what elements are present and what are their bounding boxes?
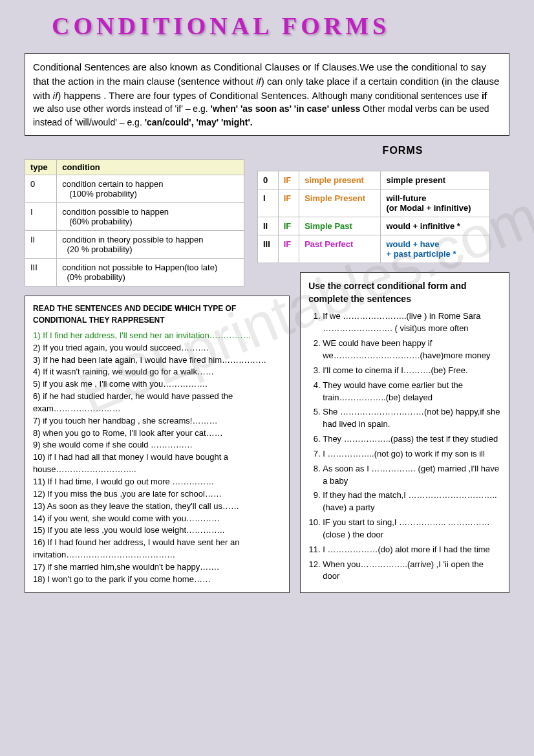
list-item: WE could have been happy if we…………………………… bbox=[323, 338, 501, 362]
table-row: II IF Simple Past would + infinitive * bbox=[258, 217, 490, 235]
list-item: 13) As soon as they leave the station, t… bbox=[33, 501, 281, 513]
forms-a: Past Perfect bbox=[299, 235, 381, 263]
condition-cell: condition not possible to Happen(too lat… bbox=[57, 258, 244, 286]
forms-if: IF bbox=[278, 171, 299, 189]
table-row: III IF Past Perfect would + have + past … bbox=[258, 235, 490, 263]
type-table-h2: condition bbox=[57, 159, 244, 175]
list-item: I ………………(do) alot more if I had the time bbox=[323, 544, 501, 556]
list-item: 6) if he had studied harder, he would ha… bbox=[33, 391, 281, 415]
forms-type: II bbox=[258, 217, 279, 235]
list-item: 1) If I find her address, I'll send her … bbox=[33, 330, 281, 342]
intro-text-3: ) happens . There are four types of Cond… bbox=[58, 90, 312, 101]
forms-type: III bbox=[258, 235, 279, 263]
forms-if: IF bbox=[278, 189, 299, 217]
list-item: 16) If I had found her address, I would … bbox=[33, 537, 281, 561]
condition-cell: condition in theory possible to happen (… bbox=[57, 230, 244, 258]
table-row: 0 condition certain to happen (100% prob… bbox=[25, 175, 244, 202]
list-item: 15) If you ate less ,you would lose weig… bbox=[33, 524, 281, 537]
list-item: 17) if she married him,she wouldn't be h… bbox=[33, 561, 281, 574]
forms-table: 0 IF simple present simple present I IF … bbox=[257, 171, 490, 263]
forms-b: simple present bbox=[381, 171, 490, 189]
list-item: 14) if you went, she would come with you… bbox=[33, 513, 281, 525]
forms-b: would + have + past participle * bbox=[381, 235, 490, 263]
condition-cell: condition certain to happen (100% probab… bbox=[57, 175, 244, 202]
exercise-right-box: Use the correct conditional form and com… bbox=[300, 272, 509, 593]
table-row: I IF Simple Present will-future (or Moda… bbox=[258, 189, 490, 217]
type-table: type condition 0 condition certain to ha… bbox=[25, 159, 244, 286]
forms-if: IF bbox=[278, 235, 299, 263]
page-title: CONDITIONAL FORMS bbox=[0, 0, 534, 47]
intro-if-bold: if bbox=[482, 91, 487, 101]
forms-if: IF bbox=[278, 217, 299, 235]
forms-type: I bbox=[258, 189, 279, 217]
list-item: They ……………..(pass) the test if they stud… bbox=[323, 433, 501, 446]
table-row: II condition in theory possible to happe… bbox=[25, 230, 244, 258]
forms-b: will-future (or Modal + infinitive) bbox=[381, 189, 490, 217]
forms-type: 0 bbox=[258, 171, 279, 189]
intro-if-1: if bbox=[256, 76, 261, 87]
type-cell: II bbox=[25, 230, 57, 258]
list-item: 4) If it wasn't raining, we would go for… bbox=[33, 366, 281, 378]
forms-a: Simple Past bbox=[299, 217, 381, 235]
list-item: 10) if I had had all that money I would … bbox=[33, 451, 281, 476]
tables-row: type condition 0 condition certain to ha… bbox=[0, 159, 534, 286]
exercise-left-list: 1) If I find her address, I'll send her … bbox=[33, 330, 281, 586]
list-item: 7) if you touch her handbag , she scream… bbox=[33, 415, 281, 427]
condition-cell: condition possible to happen (60% probab… bbox=[57, 202, 244, 230]
forms-heading: FORMS bbox=[272, 145, 534, 157]
list-item: When you……………..(arrive) ,I 'ii open the … bbox=[323, 559, 501, 583]
list-item: IF you start to sing,I …………….. ……………(clo… bbox=[323, 517, 501, 541]
intro-box: Conditional Sentences are also known as … bbox=[25, 53, 509, 136]
type-table-h1: type bbox=[25, 159, 57, 175]
list-item: 11) If I had time, I would go out more …… bbox=[33, 476, 281, 488]
list-item: 8) when you go to Rome, I'll look after … bbox=[33, 427, 281, 440]
forms-a: Simple Present bbox=[299, 189, 381, 217]
list-item: 5) if you ask me , I'll come with you………… bbox=[33, 378, 281, 391]
exercise-left-box: READ THE SENTENCES AND DECIDE WHICH TYPE… bbox=[25, 296, 290, 593]
type-cell: 0 bbox=[25, 175, 57, 202]
list-item: She …………………………(not be) happy,if she had … bbox=[323, 406, 501, 431]
list-item: If they had the match,I …………………………..(hav… bbox=[323, 490, 501, 514]
list-item: 18) I won't go to the park if you come h… bbox=[33, 574, 281, 586]
table-row: 0 IF simple present simple present bbox=[258, 171, 490, 189]
list-item: 3) If he had been late again, I would ha… bbox=[33, 354, 281, 367]
intro-words: 'when' 'as soon as' 'in case' unless bbox=[211, 103, 361, 114]
forms-b: would + infinitive * bbox=[381, 217, 490, 235]
intro-small-1: Although many conditional sentences use bbox=[312, 91, 482, 101]
intro-small-2: we also use other words instead of 'if' … bbox=[33, 103, 211, 114]
type-cell: I bbox=[25, 202, 57, 230]
list-item: As soon as I ……………. (get) married ,I'll … bbox=[323, 463, 501, 488]
list-item: I'll come to cinema if I……….(be) Free. bbox=[323, 365, 501, 377]
table-row: I condition possible to happen (60% prob… bbox=[25, 202, 244, 230]
exercise-row: READ THE SENTENCES AND DECIDE WHICH TYPE… bbox=[0, 286, 534, 593]
forms-a: simple present bbox=[299, 171, 381, 189]
intro-modals: 'can/could', 'may' 'might'. bbox=[145, 117, 253, 127]
type-cell: III bbox=[25, 258, 57, 286]
list-item: 9) she would come if she could …………… bbox=[33, 439, 281, 451]
exercise-right-heading: Use the correct conditional form and com… bbox=[308, 279, 501, 306]
list-item: 12) If you miss the bus ,you are late fo… bbox=[33, 488, 281, 501]
list-item: If we …………………..(live ) in Rome Sara …………… bbox=[323, 310, 501, 335]
list-item: They would have come earlier but the tra… bbox=[323, 380, 501, 404]
list-item: 2) If you tried again, you would succeed… bbox=[33, 342, 281, 354]
exercise-right-list: If we …………………..(live ) in Rome Sara …………… bbox=[308, 310, 501, 583]
list-item: I ……………..(not go) to work if my son is i… bbox=[323, 448, 501, 460]
exercise-left-heading: READ THE SENTENCES AND DECIDE WHICH TYPE… bbox=[33, 303, 281, 326]
table-row: III condition not possible to Happen(too… bbox=[25, 258, 244, 286]
